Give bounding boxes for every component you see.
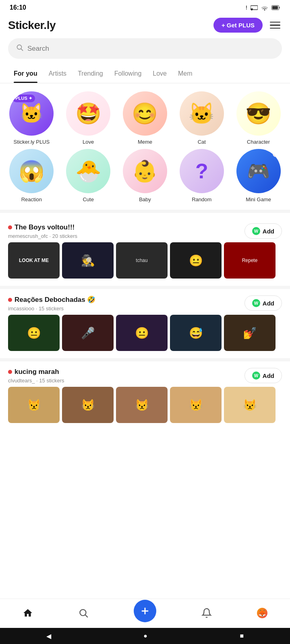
status-bar: 16:10 ! bbox=[0, 0, 290, 14]
sticker-thumb[interactable]: 😐 bbox=[116, 315, 168, 351]
sticker-thumb[interactable]: 😾 bbox=[8, 387, 60, 423]
category-random[interactable]: ? Random bbox=[174, 149, 229, 202]
category-label-reaction: Reaction bbox=[21, 196, 42, 202]
categories-grid: PLUS ✦ 🐱 Sticker.ly PLUS 🤩 Love 😊 Meme 🐱… bbox=[0, 83, 290, 206]
pack-info-2: Reações Debochadas 🤣 imcassiooo · 15 sti… bbox=[8, 295, 244, 312]
tab-for-you[interactable]: For you bbox=[8, 65, 43, 83]
add-button-1[interactable]: W Add bbox=[244, 223, 282, 239]
svg-line-6 bbox=[21, 49, 23, 51]
search-bar[interactable] bbox=[8, 38, 282, 59]
bell-icon bbox=[201, 608, 212, 618]
tabs-container: For you Artists Trending Following Love … bbox=[0, 65, 290, 83]
nav-home[interactable] bbox=[23, 608, 33, 618]
sticker-thumb[interactable]: 🎤 bbox=[62, 315, 114, 351]
pack-meta-2: imcassiooo · 15 stickers bbox=[8, 305, 244, 312]
sticker-thumb[interactable]: 😾 bbox=[224, 387, 276, 423]
category-love[interactable]: 🤩 Love bbox=[61, 91, 116, 145]
alert-icon: ! bbox=[246, 4, 247, 11]
header-actions: + Get PLUS bbox=[213, 18, 282, 33]
sticker-thumb[interactable]: 😾 bbox=[116, 387, 168, 423]
pack-meta-3: clvudtears_ · 15 stickers bbox=[8, 378, 244, 384]
red-dot-badge bbox=[273, 151, 279, 157]
search-container bbox=[0, 38, 290, 65]
category-label-random: Random bbox=[192, 196, 211, 202]
category-cat[interactable]: 🐱 Cat bbox=[174, 91, 229, 145]
category-label-character: Character bbox=[247, 139, 270, 145]
home-icon bbox=[23, 608, 33, 618]
battery-icon bbox=[271, 5, 280, 10]
category-minigame[interactable]: 🎮 Mini Game bbox=[231, 149, 286, 202]
sticker-thumb[interactable]: 😾 bbox=[170, 387, 222, 423]
hamburger-line-1 bbox=[270, 22, 280, 23]
pack-reacoes: Reações Debochadas 🤣 imcassiooo · 15 sti… bbox=[0, 289, 290, 355]
tab-following[interactable]: Following bbox=[109, 65, 147, 83]
category-label-meme: Meme bbox=[138, 139, 152, 145]
pack-dot-2 bbox=[8, 298, 12, 302]
plus-icon bbox=[139, 605, 151, 617]
bottom-nav: 🦊 bbox=[0, 599, 290, 628]
search-input[interactable] bbox=[27, 45, 274, 53]
sticker-thumb[interactable]: 😾 bbox=[62, 387, 114, 423]
wifi-icon bbox=[261, 5, 268, 10]
whatsapp-icon-1: W bbox=[252, 227, 260, 235]
category-baby[interactable]: 👶 Baby bbox=[118, 149, 173, 202]
sticker-thumb[interactable]: 😅 bbox=[170, 315, 222, 351]
pack-header-3: kucing marah clvudtears_ · 15 stickers W… bbox=[8, 368, 282, 384]
category-label-cat: Cat bbox=[198, 139, 206, 145]
whatsapp-icon-2: W bbox=[252, 299, 260, 307]
category-character[interactable]: 😎 Character bbox=[231, 91, 286, 145]
header: Sticker.ly + Get PLUS bbox=[0, 14, 290, 38]
nav-search[interactable] bbox=[78, 608, 89, 618]
nav-notifications[interactable] bbox=[201, 608, 212, 618]
status-icons: ! bbox=[246, 4, 280, 11]
svg-rect-4 bbox=[272, 6, 278, 9]
search-nav-icon bbox=[78, 608, 89, 618]
svg-point-5 bbox=[17, 45, 22, 50]
pack-boys-voltou: The Boys voltou!!! memescrush_ofc · 20 s… bbox=[0, 217, 290, 283]
sticker-thumb[interactable]: 🕵️ bbox=[62, 242, 114, 279]
hamburger-line-2 bbox=[270, 25, 280, 26]
pack-kucing: kucing marah clvudtears_ · 15 stickers W… bbox=[0, 361, 290, 427]
category-label-baby: Baby bbox=[139, 196, 151, 202]
sticker-thumb[interactable]: 😐 bbox=[170, 242, 222, 279]
tab-trending[interactable]: Trending bbox=[72, 65, 109, 83]
pack-header-1: The Boys voltou!!! memescrush_ofc · 20 s… bbox=[8, 223, 282, 239]
pack-header-2: Reações Debochadas 🤣 imcassiooo · 15 sti… bbox=[8, 295, 282, 312]
whatsapp-icon-3: W bbox=[252, 372, 260, 380]
tab-artists[interactable]: Artists bbox=[43, 65, 72, 83]
nav-add-button[interactable] bbox=[134, 600, 156, 622]
get-plus-button[interactable]: + Get PLUS bbox=[213, 18, 263, 33]
add-button-2[interactable]: W Add bbox=[244, 295, 282, 311]
profile-avatar: 🦊 bbox=[257, 608, 267, 618]
plus-badge: PLUS ✦ bbox=[12, 95, 35, 102]
svg-line-8 bbox=[85, 615, 88, 617]
recent-button[interactable]: ■ bbox=[240, 632, 244, 640]
menu-button[interactable] bbox=[268, 20, 282, 31]
sticker-thumb[interactable]: Repete bbox=[224, 242, 276, 279]
category-cute[interactable]: 🐣 Cute bbox=[61, 149, 116, 202]
add-button-3[interactable]: W Add bbox=[244, 368, 282, 383]
app-logo: Sticker.ly bbox=[8, 19, 56, 32]
back-button[interactable]: ◀ bbox=[46, 632, 51, 640]
pack-dot-3 bbox=[8, 370, 12, 374]
status-time: 16:10 bbox=[10, 4, 26, 11]
category-stickerlyplus[interactable]: PLUS ✦ 🐱 Sticker.ly PLUS bbox=[4, 91, 59, 145]
bottom-spacer bbox=[0, 431, 290, 479]
sticker-thumb[interactable]: 💅 bbox=[224, 315, 276, 351]
pack-title-3: kucing marah bbox=[8, 368, 244, 376]
sticker-previews-1: LOOK AT ME 🕵️ tchau 😐 Repete bbox=[8, 242, 282, 279]
sticker-thumb[interactable]: 😐 bbox=[8, 315, 60, 351]
section-divider-2 bbox=[0, 286, 290, 289]
pack-dot-1 bbox=[8, 225, 12, 229]
sticker-thumb[interactable]: tchau bbox=[116, 242, 168, 279]
tab-mem[interactable]: Mem bbox=[172, 65, 198, 83]
home-button[interactable]: ● bbox=[143, 632, 147, 640]
nav-profile[interactable]: 🦊 bbox=[257, 608, 267, 618]
sticker-thumb[interactable]: LOOK AT ME bbox=[8, 242, 60, 279]
tab-love[interactable]: Love bbox=[147, 65, 172, 83]
sticker-previews-2: 😐 🎤 😐 😅 💅 bbox=[8, 315, 282, 351]
system-nav: ◀ ● ■ bbox=[0, 628, 290, 644]
category-meme[interactable]: 😊 Meme bbox=[118, 91, 173, 145]
pack-info-3: kucing marah clvudtears_ · 15 stickers bbox=[8, 368, 244, 384]
category-reaction[interactable]: 😱 Reaction bbox=[4, 149, 59, 202]
